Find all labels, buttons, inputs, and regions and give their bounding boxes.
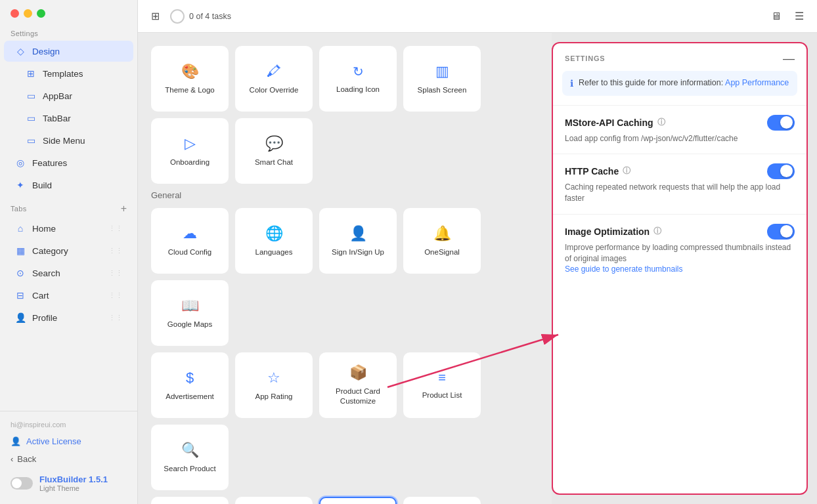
drag-handle-5: ⋮⋮ xyxy=(108,314,123,322)
signin-icon: 👤 xyxy=(349,225,367,242)
diamond-icon: ◇ xyxy=(14,45,26,57)
google-maps-icon: 📖 xyxy=(181,297,199,314)
sidebar-item-features-label: Features xyxy=(32,158,67,168)
sidebar-item-build[interactable]: ✦ Build xyxy=(4,175,133,196)
app-rating-icon: ☆ xyxy=(267,369,280,387)
feature-card-cloud-config[interactable]: ☁ Cloud Config xyxy=(151,208,229,274)
feature-card-smart-chat[interactable]: 💬 Smart Chat xyxy=(235,118,313,184)
features-grid: 🎨 Theme & Logo 🖍 Color Override ↻ Loadin… xyxy=(138,33,552,504)
monitor-icon[interactable]: 🖥 xyxy=(771,10,782,22)
user-email: hi@inspireui.com xyxy=(0,417,137,432)
drag-handle: ⋮⋮ xyxy=(108,224,123,233)
sidebar-item-templates[interactable]: ⊞ Templates xyxy=(4,63,133,84)
feature-card-color-override[interactable]: 🖍 Color Override xyxy=(235,46,313,112)
feature-card-webview[interactable]: ▭ WebView xyxy=(151,497,229,504)
feature-card-app-performance[interactable]: ⚡ App Performance xyxy=(319,497,397,504)
product-list-icon: ≡ xyxy=(438,370,446,385)
back-row[interactable]: ‹ Back xyxy=(0,450,137,468)
general-row-1: ☁ Cloud Config 🌐 Languages 👤 Sign In/Sig… xyxy=(151,208,539,346)
tabs-section-label: Tabs xyxy=(11,205,26,213)
settings-row-http-cache: HTTP Cache ⓘ Caching repeated network re… xyxy=(553,154,806,214)
maximize-button[interactable] xyxy=(37,9,45,18)
profile-nav-icon: 👤 xyxy=(14,312,26,324)
feature-card-onesignal[interactable]: 🔔 OneSignal xyxy=(403,208,481,274)
close-button[interactable] xyxy=(11,9,19,18)
generate-thumbnails-link[interactable]: See guide to generate thumbnails xyxy=(565,264,795,274)
feature-card-splash-screen[interactable]: ▥ Splash Screen xyxy=(403,46,481,112)
traffic-lights xyxy=(0,0,137,24)
feature-label-languages: Languages xyxy=(255,247,293,257)
http-cache-info-icon[interactable]: ⓘ xyxy=(623,165,630,177)
list-icon[interactable]: ☰ xyxy=(795,10,804,22)
add-tab-button[interactable]: + xyxy=(121,203,127,215)
sidebar-item-search-label: Search xyxy=(32,268,60,278)
feature-card-sign-in-up[interactable]: 👤 Sign In/Sign Up xyxy=(319,208,397,274)
mstore-api-toggle[interactable] xyxy=(767,115,795,131)
feature-card-app-rating[interactable]: ☆ App Rating xyxy=(235,352,313,418)
feature-card-search-product[interactable]: 🔍 Search Product xyxy=(151,425,229,490)
http-cache-desc: Caching repeated network requests that w… xyxy=(565,182,795,205)
feature-label-splash: Splash Screen xyxy=(418,85,467,95)
tabs-header: Tabs + xyxy=(0,196,137,217)
sidebar-item-cart-label: Cart xyxy=(32,291,49,301)
sidebar: Settings ◇ Design ⊞ Templates ▭ AppBar ▭… xyxy=(0,0,138,504)
feature-card-loading-icon[interactable]: ↻ Loading Icon xyxy=(319,46,397,112)
http-cache-title-text: HTTP Cache xyxy=(565,166,619,177)
settings-row-imgopt-header: Image Optimization ⓘ xyxy=(565,224,795,240)
feature-card-onboarding[interactable]: ▷ Onboarding xyxy=(151,118,229,184)
sidebar-item-features[interactable]: ◎ Features xyxy=(4,152,133,173)
sidebar-item-home-label: Home xyxy=(32,224,56,234)
back-icon: ‹ xyxy=(11,454,13,464)
theme-logo-icon: 🎨 xyxy=(181,63,199,80)
active-license-label: Active License xyxy=(26,436,81,446)
sidebar-item-design[interactable]: ◇ Design xyxy=(4,41,133,62)
task-progress: 0 of 4 tasks xyxy=(189,12,231,21)
feature-card-product-card[interactable]: 📦 Product Card Customize xyxy=(319,352,397,418)
feature-card-gdpr[interactable]: 🛡 GDPR Compliance xyxy=(235,497,313,504)
sidebar-item-profile[interactable]: 👤 Profile ⋮⋮ xyxy=(4,307,133,328)
drag-handle-2: ⋮⋮ xyxy=(108,247,123,255)
category-icon: ▦ xyxy=(14,245,26,257)
feature-card-advertisement[interactable]: $ Advertisement xyxy=(151,352,229,418)
image-opt-desc: Improve performance by loading compresse… xyxy=(565,242,795,265)
feature-card-product-list[interactable]: ≡ Product List xyxy=(403,352,481,418)
drag-handle-3: ⋮⋮ xyxy=(108,269,123,278)
feature-label-google-maps: Google Maps xyxy=(167,320,212,329)
settings-row-http-title: HTTP Cache ⓘ xyxy=(565,165,630,177)
sidebar-item-tabbar[interactable]: ▭ TabBar xyxy=(4,108,133,129)
info-text-static: Refer to this guide for more information… xyxy=(579,78,723,87)
sidebar-item-sidemenu[interactable]: ▭ Side Menu xyxy=(4,130,133,151)
minimize-panel-button[interactable]: — xyxy=(783,52,795,64)
info-icon: ℹ xyxy=(570,78,573,89)
image-opt-toggle[interactable] xyxy=(767,224,795,240)
image-opt-info-icon[interactable]: ⓘ xyxy=(653,226,661,237)
settings-row-mstore-title: MStore-API Caching ⓘ xyxy=(565,117,665,128)
info-link[interactable]: App Performance xyxy=(725,78,789,87)
general-row-3: ▭ WebView 🛡 GDPR Compliance ⚡ App Perfor… xyxy=(151,497,539,504)
mstore-api-desc: Load app config from /wp-json/wc/v2/flut… xyxy=(565,133,795,144)
settings-panel: SETTINGS — ℹ Refer to this guide for mor… xyxy=(552,42,808,495)
sidebar-item-appbar[interactable]: ▭ AppBar xyxy=(4,85,133,106)
minimize-button[interactable] xyxy=(24,9,32,18)
mstore-api-info-icon[interactable]: ⓘ xyxy=(657,117,665,128)
grid-view-icon[interactable]: ⊞ xyxy=(151,10,160,22)
feature-card-google-maps[interactable]: 📖 Google Maps xyxy=(151,280,229,346)
settings-section-label: Settings xyxy=(0,24,137,40)
feature-label-color-override: Color Override xyxy=(250,85,299,95)
feature-card-languages[interactable]: 🌐 Languages xyxy=(235,208,313,274)
feature-card-miscellaneous[interactable]: 💬 Miscellaneous xyxy=(403,497,481,504)
active-license-row[interactable]: 👤 Active License xyxy=(0,432,137,450)
sidebar-item-category[interactable]: ▦ Category ⋮⋮ xyxy=(4,240,133,261)
settings-info-box: ℹ Refer to this guide for more informati… xyxy=(562,71,797,96)
settings-row-imgopt-title: Image Optimization ⓘ xyxy=(565,226,661,237)
sidebar-item-design-label: Design xyxy=(32,47,60,56)
theme-label: Light Theme xyxy=(39,484,108,492)
feature-card-theme-logo[interactable]: 🎨 Theme & Logo xyxy=(151,46,229,112)
settings-row-mstore-api: MStore-API Caching ⓘ Load app config fro… xyxy=(553,105,806,154)
theme-toggle[interactable] xyxy=(11,477,33,490)
sidebar-item-cart[interactable]: ⊟ Cart ⋮⋮ xyxy=(4,285,133,306)
sidebar-item-home[interactable]: ⌂ Home ⋮⋮ xyxy=(4,218,133,239)
sidebar-item-search[interactable]: ⊙ Search ⋮⋮ xyxy=(4,262,133,284)
feature-label-search-product: Search Product xyxy=(164,464,215,474)
http-cache-toggle[interactable] xyxy=(767,163,795,179)
